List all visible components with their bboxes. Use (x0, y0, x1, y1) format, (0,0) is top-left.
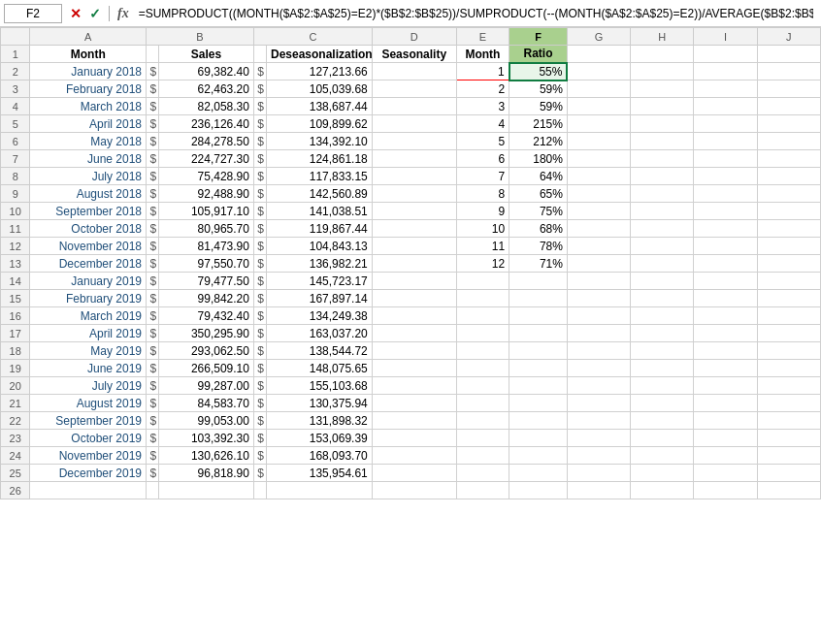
cell-deseason[interactable]: 141,038.51 (267, 203, 373, 220)
cell-sales[interactable]: 284,278.50 (159, 133, 254, 150)
cell-month[interactable]: August 2019 (30, 395, 147, 412)
cell-ratio[interactable]: 64% (509, 168, 568, 185)
cell-ratio[interactable]: 59% (509, 98, 568, 115)
cell-ratio[interactable] (509, 447, 568, 465)
cell-sales[interactable]: 81,473.90 (159, 238, 254, 255)
cell-ratio[interactable] (509, 465, 568, 482)
cell-deseason[interactable]: 153,069.39 (267, 430, 373, 447)
col-header-b1[interactable]: B (147, 28, 254, 46)
cell-reference-box[interactable] (4, 4, 62, 23)
cell-seasonality[interactable] (372, 185, 456, 203)
cell-sales[interactable]: 103,392.30 (159, 430, 254, 447)
cell-month-num[interactable] (456, 377, 509, 395)
cell-month[interactable]: April 2018 (30, 115, 147, 133)
col-header-f[interactable]: F (509, 28, 568, 46)
cell-deseason[interactable]: 134,249.38 (267, 307, 373, 325)
cell-seasonality[interactable] (372, 395, 456, 412)
cell-deseason[interactable]: 168,093.70 (267, 447, 373, 465)
cell-month[interactable]: April 2019 (30, 325, 147, 342)
header-seasonality[interactable]: Seasonality (372, 46, 456, 63)
confirm-icon[interactable]: ✓ (87, 6, 103, 21)
cell-month-num[interactable]: 2 (456, 80, 509, 98)
cell-month-num[interactable]: 3 (456, 98, 509, 115)
cell-seasonality[interactable] (372, 430, 456, 447)
cell-month[interactable]: March 2019 (30, 307, 147, 325)
cell-month-num[interactable]: 8 (456, 185, 509, 203)
col-header-g[interactable]: G (567, 28, 630, 46)
col-header-e[interactable]: E (456, 28, 509, 46)
cell-seasonality[interactable] (372, 238, 456, 255)
cell-seasonality[interactable] (372, 377, 456, 395)
cell-deseason[interactable]: 119,867.44 (267, 220, 373, 238)
cell-month-num[interactable] (456, 360, 509, 377)
cell-ratio[interactable]: 215% (509, 115, 568, 133)
cell-sales[interactable]: 79,432.40 (159, 307, 254, 325)
cell-sales[interactable]: 96,818.90 (159, 465, 254, 482)
cell-month-num[interactable] (456, 273, 509, 290)
cell-ratio[interactable] (509, 395, 568, 412)
cell-month-num[interactable] (456, 465, 509, 482)
header-sales[interactable]: Sales (159, 46, 254, 63)
cell-seasonality[interactable] (372, 342, 456, 360)
cell-sales[interactable]: 84,583.70 (159, 395, 254, 412)
cell-month[interactable]: December 2018 (30, 255, 147, 273)
col-header-a[interactable]: A (30, 28, 147, 46)
cell-month-num[interactable] (456, 342, 509, 360)
cell-deseason[interactable]: 148,075.65 (267, 360, 373, 377)
cell-ratio[interactable]: 212% (509, 133, 568, 150)
cell-seasonality[interactable] (372, 220, 456, 238)
cell-month-num[interactable]: 11 (456, 238, 509, 255)
cell-seasonality[interactable] (372, 307, 456, 325)
cell-month-num[interactable]: 10 (456, 220, 509, 238)
cell-sales[interactable]: 80,965.70 (159, 220, 254, 238)
cell-sales[interactable]: 236,126.40 (159, 115, 254, 133)
cell-month[interactable]: May 2019 (30, 342, 147, 360)
cell-seasonality[interactable] (372, 255, 456, 273)
cell-month[interactable]: November 2019 (30, 447, 147, 465)
cell-seasonality[interactable] (372, 325, 456, 342)
cell-month-num[interactable]: 1 (456, 63, 509, 80)
cell-ratio[interactable] (509, 342, 568, 360)
cell-seasonality[interactable] (372, 63, 456, 80)
cell-deseason[interactable]: 155,103.68 (267, 377, 373, 395)
cell-deseason[interactable]: 138,544.72 (267, 342, 373, 360)
header-deseason[interactable]: Deseasonalization (267, 46, 373, 63)
cell-ratio[interactable] (509, 290, 568, 307)
cell-seasonality[interactable] (372, 290, 456, 307)
cell-seasonality[interactable] (372, 412, 456, 430)
cell-ratio[interactable]: 78% (509, 238, 568, 255)
cell-ratio[interactable]: 180% (509, 150, 568, 168)
cell-sales[interactable]: 79,477.50 (159, 273, 254, 290)
cell-deseason[interactable]: 163,037.20 (267, 325, 373, 342)
cell-seasonality[interactable] (372, 203, 456, 220)
cell-month-num[interactable] (456, 307, 509, 325)
cell-seasonality[interactable] (372, 115, 456, 133)
header-month-num[interactable]: Month (456, 46, 509, 63)
cell-ratio[interactable]: 55% (509, 63, 568, 80)
cell-month[interactable]: October 2019 (30, 430, 147, 447)
cell-ratio[interactable] (509, 360, 568, 377)
cell-deseason[interactable]: 134,392.10 (267, 133, 373, 150)
cell-sales[interactable]: 99,842.20 (159, 290, 254, 307)
cell-deseason[interactable]: 142,560.89 (267, 185, 373, 203)
cell-month[interactable]: January 2018 (30, 63, 147, 80)
col-header-c1[interactable]: C (253, 28, 372, 46)
cell-month[interactable]: September 2019 (30, 412, 147, 430)
cell-sales[interactable]: 266,509.10 (159, 360, 254, 377)
cell-seasonality[interactable] (372, 360, 456, 377)
cell-month-num[interactable] (456, 412, 509, 430)
cell-month-num[interactable]: 12 (456, 255, 509, 273)
cell-deseason[interactable]: 130,375.94 (267, 395, 373, 412)
cell-month[interactable]: March 2018 (30, 98, 147, 115)
cell-month-num[interactable]: 9 (456, 203, 509, 220)
cell-month-num[interactable] (456, 395, 509, 412)
cell-deseason[interactable]: 145,723.17 (267, 273, 373, 290)
cell-sales[interactable]: 75,428.90 (159, 168, 254, 185)
function-icon[interactable]: fx (115, 6, 131, 21)
cell-month-num[interactable] (456, 290, 509, 307)
cell-month-num[interactable] (456, 430, 509, 447)
cell-deseason[interactable]: 124,861.18 (267, 150, 373, 168)
cell-seasonality[interactable] (372, 447, 456, 465)
cell-month[interactable]: December 2019 (30, 465, 147, 482)
cell-deseason[interactable]: 104,843.13 (267, 238, 373, 255)
